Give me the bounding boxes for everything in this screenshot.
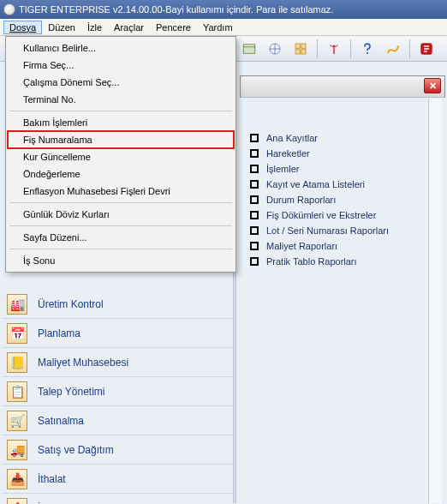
menu-separator xyxy=(9,111,232,111)
svg-rect-2 xyxy=(295,44,300,48)
square-icon xyxy=(250,226,259,235)
menuitem-kur-guncelleme[interactable]: Kur Güncelleme xyxy=(8,148,234,165)
toolbar-btn-1[interactable] xyxy=(238,39,260,59)
category-item[interactable]: Lot / Seri Numarası Raporları xyxy=(250,223,430,238)
square-icon xyxy=(250,257,259,266)
menuitem-calisma-donemi-sec[interactable]: Çalışma Dönemi Seç... xyxy=(8,74,234,91)
menu-separator xyxy=(9,225,232,226)
square-icon xyxy=(250,211,259,219)
app-title: TIGER ENTERPRISE v2.14.00.00-Bayi kullan… xyxy=(19,4,333,15)
square-icon xyxy=(250,242,259,250)
title-bar: TIGER ENTERPRISE v2.14.00.00-Bayi kullan… xyxy=(0,0,447,19)
calendar-icon: 📅 xyxy=(7,323,27,344)
category-item[interactable]: Durum Raporları xyxy=(250,192,430,207)
toolbar-btn-path[interactable] xyxy=(382,39,404,59)
module-item[interactable]: 🏭Üretim Kontrol xyxy=(2,290,233,319)
module-item[interactable]: 🚚Satış ve Dağıtım xyxy=(2,435,233,465)
menuitem-is-sonu[interactable]: İş Sonu xyxy=(8,252,234,269)
dosya-dropdown: Kullanıcı Belirle... Firma Seç... Çalışm… xyxy=(5,36,236,273)
menu-pencere[interactable]: Pencere xyxy=(150,21,197,34)
menu-araclar[interactable]: Araçlar xyxy=(108,21,150,34)
module-item[interactable]: 📒Maliyet Muhasebesi xyxy=(2,348,233,377)
menu-separator xyxy=(9,202,232,203)
category-list: Ana Kayıtlar Hareketler İşlemler Kayıt v… xyxy=(250,130,430,269)
svg-point-6 xyxy=(333,45,336,47)
module-item[interactable]: 📋Talep Yönetimi xyxy=(2,377,233,406)
menuitem-sayfa-duzeni[interactable]: Sayfa Düzeni... xyxy=(8,229,234,246)
menuitem-firma-sec[interactable]: Firma Seç... xyxy=(8,57,234,74)
menuitem-gunluk-doviz[interactable]: Günlük Döviz Kurları xyxy=(8,206,234,223)
svg-rect-4 xyxy=(295,49,300,53)
module-item[interactable]: 📅Planlama xyxy=(2,319,233,348)
module-item[interactable]: 📥İthalat xyxy=(2,465,233,494)
menuitem-kullanici-belirle[interactable]: Kullanıcı Belirle... xyxy=(8,39,234,57)
square-icon xyxy=(250,165,259,173)
truck-icon: 🚚 xyxy=(7,440,27,460)
square-icon xyxy=(250,195,259,204)
close-icon: ✕ xyxy=(429,81,437,92)
factory-icon: 🏭 xyxy=(7,294,27,315)
detail-panel-header: ✕ xyxy=(240,75,445,98)
menuitem-terminal-no[interactable]: Terminal No. xyxy=(8,91,234,108)
menu-izle[interactable]: İzle xyxy=(81,21,108,34)
import-icon: 📥 xyxy=(7,469,27,489)
category-item[interactable]: Fiş Dökümleri ve Ekstreler xyxy=(250,207,430,223)
module-item[interactable]: 🛒Satınalma xyxy=(2,406,233,435)
menuitem-enflasyon-muhasebesi[interactable]: Enflasyon Muhasebesi Fişleri Devri xyxy=(8,183,234,200)
toolbar-btn-help[interactable] xyxy=(356,39,378,59)
clipboard-icon: 📋 xyxy=(7,381,27,402)
category-item[interactable]: Pratik Tablo Raporları xyxy=(250,254,430,269)
svg-rect-3 xyxy=(301,44,306,48)
export-icon: 📤 xyxy=(7,498,27,505)
module-list: 🏭Üretim Kontrol 📅Planlama 📒Maliyet Muhas… xyxy=(2,290,233,504)
toolbar-btn-3[interactable] xyxy=(289,39,312,59)
menu-dosya[interactable]: Dosya xyxy=(3,21,42,34)
category-item[interactable]: İşlemler xyxy=(250,161,430,177)
svg-rect-0 xyxy=(243,44,255,53)
menu-duzen[interactable]: Düzen xyxy=(42,21,81,34)
toolbar-btn-antenna[interactable] xyxy=(323,39,345,59)
category-item[interactable]: Hareketler xyxy=(250,146,430,161)
menuitem-fis-numaralama[interactable]: Fiş Numaralama xyxy=(8,131,234,148)
square-icon xyxy=(250,149,259,158)
square-icon xyxy=(250,134,259,142)
module-item[interactable]: 📤İhracat xyxy=(2,494,233,504)
menuitem-ondegerleme[interactable]: Öndeğerleme xyxy=(8,165,234,183)
ledger-icon: 📒 xyxy=(7,352,27,373)
square-icon xyxy=(250,180,259,189)
svg-point-7 xyxy=(367,51,368,53)
menu-bar: Dosya Düzen İzle Araçlar Pencere Yardım xyxy=(0,19,447,36)
menuitem-bakim-islemleri[interactable]: Bakım İşlemleri xyxy=(8,114,234,131)
cart-icon: 🛒 xyxy=(7,411,27,431)
toolbar-btn-logo[interactable] xyxy=(415,39,438,59)
category-item[interactable]: Ana Kayıtlar xyxy=(250,130,430,146)
svg-rect-5 xyxy=(301,49,306,53)
category-item[interactable]: Kayıt ve Atama Listeleri xyxy=(250,177,430,192)
menu-separator xyxy=(9,249,232,249)
close-button[interactable]: ✕ xyxy=(424,78,441,93)
app-sysicon xyxy=(3,3,15,15)
menu-yardim[interactable]: Yardım xyxy=(197,21,239,34)
right-scroll-gutter xyxy=(428,99,442,503)
category-item[interactable]: Maliyet Raporları xyxy=(250,238,430,254)
toolbar-btn-2[interactable] xyxy=(264,39,286,59)
